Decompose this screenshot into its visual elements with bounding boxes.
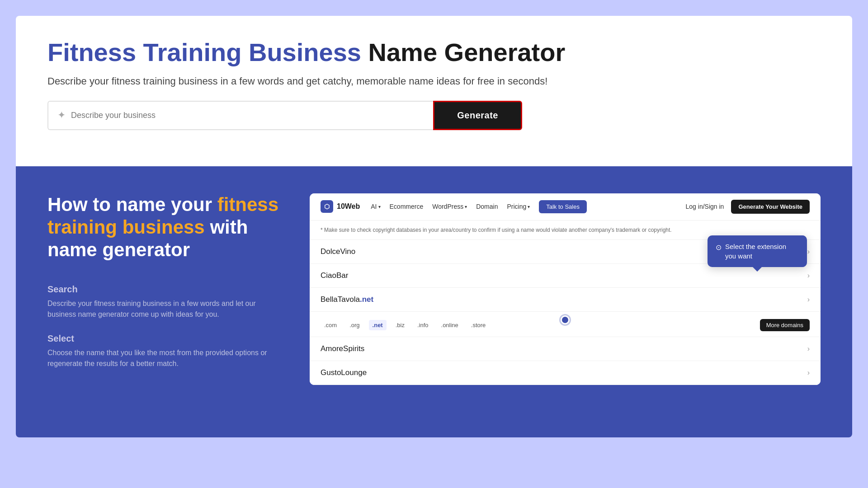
extension-tooltip: ⊙ Select the extension you want (708, 235, 807, 267)
spark-icon: ✦ (57, 109, 66, 121)
domain-name-amorespirits: AmoreSpirits (321, 344, 807, 353)
domain-list: DolceVino ⊙ Select the extension you wan… (310, 240, 821, 385)
tooltip-arrow (753, 267, 762, 272)
nav-ai[interactable]: AI ▾ (371, 203, 380, 210)
ext-org[interactable]: .org (346, 320, 363, 330)
top-section: Fitness Training Business Name Generator… (16, 16, 852, 166)
more-domains-button[interactable]: More domains (760, 319, 810, 331)
domain-name-bellatavola: BellaTavola.net (321, 295, 807, 304)
logo-icon: ⬡ (321, 200, 333, 213)
nav-domain[interactable]: Domain (476, 203, 498, 210)
ext-com[interactable]: .com (321, 320, 340, 330)
chevron-right-icon: › (807, 272, 810, 280)
subtitle: Describe your fitness training business … (47, 75, 821, 87)
domain-name-gustolounge: GustoLounge (321, 368, 807, 377)
ext-biz[interactable]: .biz (392, 320, 408, 330)
step-select-desc: Choose the name that you like the most f… (47, 347, 283, 369)
how-to-heading: How to name your fitness training busine… (47, 193, 283, 262)
tooltip-icon: ⊙ (716, 243, 722, 253)
nav-links: AI ▾ Ecommerce WordPress ▾ Domain Pricin… (371, 200, 587, 213)
domain-name-ciaobar: CiaoBar (321, 271, 807, 280)
title-dark: Name Generator (368, 38, 566, 66)
generate-button[interactable]: Generate (433, 101, 522, 130)
chevron-right-icon: › (807, 248, 810, 256)
step-search-title: Search (47, 284, 283, 295)
nav-ecommerce[interactable]: Ecommerce (390, 203, 424, 210)
page-title: Fitness Training Business Name Generator (47, 38, 821, 66)
domain-row-dolcevino[interactable]: DolceVino ⊙ Select the extension you wan… (310, 240, 821, 264)
browser-mockup: ⬡ 10Web AI ▾ Ecommerce WordPress ▾ Domai… (310, 193, 821, 385)
step-select-title: Select (47, 333, 283, 344)
bottom-section: How to name your fitness training busine… (16, 166, 852, 437)
circle-indicator (561, 315, 570, 324)
domain-row-gustolounge[interactable]: GustoLounge › (310, 361, 821, 385)
nav-signin[interactable]: Log in/Sign in (686, 203, 724, 210)
input-row: ✦ Generate (47, 101, 522, 130)
domain-ext-bellatavola: .net (360, 295, 373, 304)
tooltip-text: Select the extension you want (725, 242, 799, 261)
title-colored: Fitness Training Business (47, 38, 361, 66)
nav-wordpress[interactable]: WordPress ▾ (432, 203, 467, 210)
logo-text: 10Web (337, 202, 360, 211)
ext-info[interactable]: .info (414, 320, 432, 330)
nav-pricing[interactable]: Pricing ▾ (507, 203, 530, 210)
chevron-right-icon: › (807, 369, 810, 377)
domain-row-bellatavola-container: BellaTavola.net › .com .org .net .biz .i… (310, 288, 821, 337)
domain-row-bellatavola[interactable]: BellaTavola.net › (310, 288, 821, 312)
ext-net[interactable]: .net (369, 320, 387, 330)
browser-navbar: ⬡ 10Web AI ▾ Ecommerce WordPress ▾ Domai… (310, 193, 821, 221)
left-panel: How to name your fitness training busine… (47, 193, 283, 383)
step-select: Select Choose the name that you like the… (47, 333, 283, 369)
input-wrapper: ✦ (47, 101, 433, 130)
domain-row-ciaobar[interactable]: CiaoBar › (310, 264, 821, 288)
logo-area: ⬡ 10Web (321, 200, 360, 213)
nav-talk-to-sales[interactable]: Talk to Sales (539, 200, 587, 213)
nav-generate-website-button[interactable]: Generate Your Website (731, 200, 810, 214)
ext-store[interactable]: .store (467, 320, 490, 330)
chevron-right-icon: › (807, 345, 810, 353)
business-input[interactable] (71, 111, 424, 120)
domain-row-amorespirits[interactable]: AmoreSpirits › (310, 337, 821, 361)
step-search-desc: Describe your fitness training business … (47, 298, 283, 320)
chevron-right-icon: › (807, 296, 810, 304)
nav-right: Log in/Sign in Generate Your Website (686, 200, 810, 214)
step-search: Search Describe your fitness training bu… (47, 284, 283, 320)
heading-normal: How to name your (47, 194, 217, 215)
ext-online[interactable]: .online (438, 320, 462, 330)
